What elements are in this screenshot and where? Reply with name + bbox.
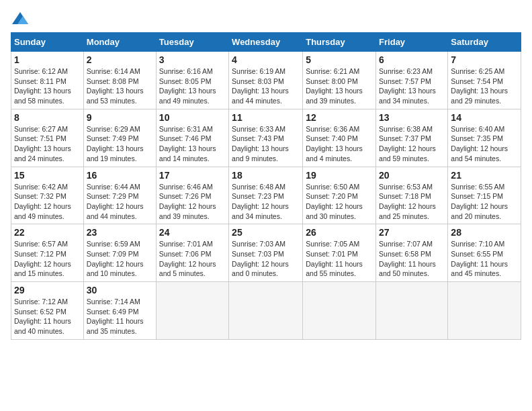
day-number: 20 (379, 170, 445, 181)
day-number: 23 (87, 227, 153, 238)
table-row: 17Sunrise: 6:46 AM Sunset: 7:26 PM Dayli… (156, 167, 228, 224)
table-row: 2Sunrise: 6:14 AM Sunset: 8:08 PM Daylig… (83, 52, 156, 109)
day-info: Sunrise: 6:27 AM Sunset: 7:51 PM Dayligh… (14, 124, 81, 164)
day-number: 1 (14, 54, 81, 65)
day-info: Sunrise: 6:55 AM Sunset: 7:15 PM Dayligh… (451, 182, 518, 222)
calendar-week-5: 29Sunrise: 7:12 AM Sunset: 6:52 PM Dayli… (11, 282, 521, 340)
day-number: 14 (451, 112, 518, 123)
table-row: 27Sunrise: 7:07 AM Sunset: 6:58 PM Dayli… (376, 224, 448, 282)
day-info: Sunrise: 7:01 AM Sunset: 7:06 PM Dayligh… (159, 239, 226, 279)
day-number: 13 (379, 112, 445, 123)
day-number: 25 (232, 227, 300, 238)
table-row: 29Sunrise: 7:12 AM Sunset: 6:52 PM Dayli… (11, 282, 84, 340)
day-number: 29 (14, 285, 81, 295)
table-row: 20Sunrise: 6:53 AM Sunset: 7:18 PM Dayli… (376, 167, 448, 224)
col-friday: Friday (376, 33, 448, 52)
table-row: 11Sunrise: 6:33 AM Sunset: 7:43 PM Dayli… (229, 109, 303, 167)
day-number: 17 (159, 170, 226, 181)
table-row: 3Sunrise: 6:16 AM Sunset: 8:05 PM Daylig… (156, 52, 228, 109)
calendar-week-2: 8Sunrise: 6:27 AM Sunset: 7:51 PM Daylig… (11, 109, 521, 167)
day-info: Sunrise: 6:42 AM Sunset: 7:32 PM Dayligh… (14, 182, 81, 222)
day-number: 9 (87, 112, 153, 123)
day-number: 12 (306, 112, 373, 123)
day-info: Sunrise: 6:19 AM Sunset: 8:03 PM Dayligh… (232, 66, 300, 106)
table-row: 4Sunrise: 6:19 AM Sunset: 8:03 PM Daylig… (229, 52, 303, 109)
logo (11, 11, 32, 27)
table-row: 14Sunrise: 6:40 AM Sunset: 7:35 PM Dayli… (448, 109, 521, 167)
weekday-header-row: Sunday Monday Tuesday Wednesday Thursday… (11, 33, 521, 52)
day-info: Sunrise: 6:50 AM Sunset: 7:20 PM Dayligh… (306, 182, 373, 222)
day-info: Sunrise: 7:05 AM Sunset: 7:01 PM Dayligh… (306, 239, 373, 279)
table-row: 23Sunrise: 6:59 AM Sunset: 7:09 PM Dayli… (83, 224, 156, 282)
table-row: 6Sunrise: 6:23 AM Sunset: 7:57 PM Daylig… (376, 52, 448, 109)
col-wednesday: Wednesday (229, 33, 303, 52)
day-info: Sunrise: 6:57 AM Sunset: 7:12 PM Dayligh… (14, 239, 81, 279)
day-info: Sunrise: 6:46 AM Sunset: 7:26 PM Dayligh… (159, 182, 226, 222)
day-info: Sunrise: 7:14 AM Sunset: 6:49 PM Dayligh… (87, 297, 153, 336)
day-number: 18 (232, 170, 300, 181)
day-number: 28 (451, 227, 518, 238)
col-thursday: Thursday (303, 33, 376, 52)
day-number: 27 (379, 227, 445, 238)
table-row: 24Sunrise: 7:01 AM Sunset: 7:06 PM Dayli… (156, 224, 228, 282)
day-info: Sunrise: 6:33 AM Sunset: 7:43 PM Dayligh… (232, 124, 300, 164)
day-info: Sunrise: 6:59 AM Sunset: 7:09 PM Dayligh… (87, 239, 153, 279)
table-row: 19Sunrise: 6:50 AM Sunset: 7:20 PM Dayli… (303, 167, 376, 224)
table-row: 15Sunrise: 6:42 AM Sunset: 7:32 PM Dayli… (11, 167, 84, 224)
day-info: Sunrise: 6:53 AM Sunset: 7:18 PM Dayligh… (379, 182, 445, 222)
day-number: 2 (87, 54, 153, 65)
day-info: Sunrise: 6:44 AM Sunset: 7:29 PM Dayligh… (87, 182, 153, 222)
table-row (303, 282, 376, 340)
day-info: Sunrise: 6:29 AM Sunset: 7:49 PM Dayligh… (87, 124, 153, 164)
col-saturday: Saturday (448, 33, 521, 52)
table-row: 25Sunrise: 7:03 AM Sunset: 7:03 PM Dayli… (229, 224, 303, 282)
day-number: 4 (232, 54, 300, 65)
day-number: 10 (159, 112, 226, 123)
day-info: Sunrise: 6:14 AM Sunset: 8:08 PM Dayligh… (87, 66, 153, 106)
calendar-week-3: 15Sunrise: 6:42 AM Sunset: 7:32 PM Dayli… (11, 167, 521, 224)
day-number: 7 (451, 54, 518, 65)
day-info: Sunrise: 6:40 AM Sunset: 7:35 PM Dayligh… (451, 124, 518, 164)
day-number: 19 (306, 170, 373, 181)
table-row: 7Sunrise: 6:25 AM Sunset: 7:54 PM Daylig… (448, 52, 521, 109)
table-row (448, 282, 521, 340)
table-row: 10Sunrise: 6:31 AM Sunset: 7:46 PM Dayli… (156, 109, 228, 167)
table-row: 12Sunrise: 6:36 AM Sunset: 7:40 PM Dayli… (303, 109, 376, 167)
calendar: Sunday Monday Tuesday Wednesday Thursday… (11, 32, 521, 340)
table-row (229, 282, 303, 340)
day-info: Sunrise: 7:10 AM Sunset: 6:55 PM Dayligh… (451, 239, 518, 279)
logo-icon (11, 11, 30, 27)
calendar-week-4: 22Sunrise: 6:57 AM Sunset: 7:12 PM Dayli… (11, 224, 521, 282)
day-number: 22 (14, 227, 81, 238)
day-number: 30 (87, 285, 153, 295)
day-number: 21 (451, 170, 518, 181)
day-number: 24 (159, 227, 226, 238)
day-info: Sunrise: 7:12 AM Sunset: 6:52 PM Dayligh… (14, 297, 81, 336)
day-info: Sunrise: 6:38 AM Sunset: 7:37 PM Dayligh… (379, 124, 445, 164)
table-row: 16Sunrise: 6:44 AM Sunset: 7:29 PM Dayli… (83, 167, 156, 224)
col-monday: Monday (83, 33, 156, 52)
day-number: 26 (306, 227, 373, 238)
col-tuesday: Tuesday (156, 33, 228, 52)
day-number: 6 (379, 54, 445, 65)
day-number: 8 (14, 112, 81, 123)
day-info: Sunrise: 7:07 AM Sunset: 6:58 PM Dayligh… (379, 239, 445, 279)
day-info: Sunrise: 6:31 AM Sunset: 7:46 PM Dayligh… (159, 124, 226, 164)
day-info: Sunrise: 6:12 AM Sunset: 8:11 PM Dayligh… (14, 66, 81, 106)
day-info: Sunrise: 6:16 AM Sunset: 8:05 PM Dayligh… (159, 66, 226, 106)
day-info: Sunrise: 6:25 AM Sunset: 7:54 PM Dayligh… (451, 66, 518, 106)
table-row: 26Sunrise: 7:05 AM Sunset: 7:01 PM Dayli… (303, 224, 376, 282)
table-row: 28Sunrise: 7:10 AM Sunset: 6:55 PM Dayli… (448, 224, 521, 282)
table-row: 9Sunrise: 6:29 AM Sunset: 7:49 PM Daylig… (83, 109, 156, 167)
day-info: Sunrise: 6:21 AM Sunset: 8:00 PM Dayligh… (306, 66, 373, 106)
table-row: 22Sunrise: 6:57 AM Sunset: 7:12 PM Dayli… (11, 224, 84, 282)
day-info: Sunrise: 6:23 AM Sunset: 7:57 PM Dayligh… (379, 66, 445, 106)
day-info: Sunrise: 6:48 AM Sunset: 7:23 PM Dayligh… (232, 182, 300, 222)
table-row: 5Sunrise: 6:21 AM Sunset: 8:00 PM Daylig… (303, 52, 376, 109)
table-row: 18Sunrise: 6:48 AM Sunset: 7:23 PM Dayli… (229, 167, 303, 224)
calendar-week-1: 1Sunrise: 6:12 AM Sunset: 8:11 PM Daylig… (11, 52, 521, 109)
day-info: Sunrise: 7:03 AM Sunset: 7:03 PM Dayligh… (232, 239, 300, 279)
table-row (156, 282, 228, 340)
table-row: 21Sunrise: 6:55 AM Sunset: 7:15 PM Dayli… (448, 167, 521, 224)
day-number: 5 (306, 54, 373, 65)
